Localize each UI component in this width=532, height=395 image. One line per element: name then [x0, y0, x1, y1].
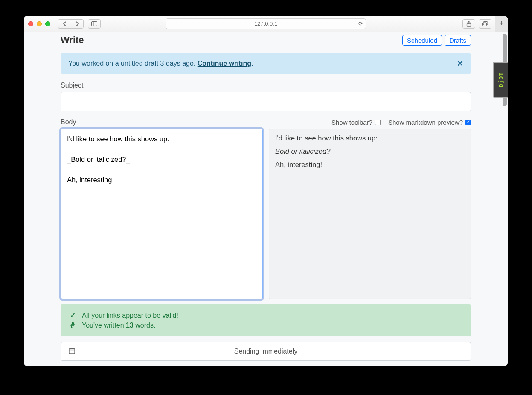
titlebar-right [462, 19, 491, 29]
status-alert: All your links appear to be valid! You'v… [61, 304, 471, 336]
svg-rect-5 [69, 348, 75, 354]
preview-line-3: Ah, interesting! [275, 161, 465, 169]
scheduled-button[interactable]: Scheduled [402, 35, 442, 46]
word-count-prefix: You've written [82, 322, 126, 329]
draft-alert-text: You worked on a untitled draft 3 days ag… [68, 60, 253, 67]
draft-alert-suffix: . [251, 60, 253, 67]
new-tab-button[interactable]: + [495, 16, 508, 32]
links-valid-text: All your links appear to be valid! [82, 312, 178, 319]
close-icon[interactable]: ✕ [457, 59, 463, 68]
markdown-preview: I'd like to see how this shows up: Bold … [269, 129, 471, 299]
subject-input[interactable] [61, 92, 471, 111]
word-count-line: You've written 13 words. [69, 321, 462, 329]
editor-row: I'd like to see how this shows up: Bold … [61, 129, 471, 299]
preview-line-1: I'd like to see how this shows up: [275, 134, 465, 142]
preview-toggle: Show markdown preview? [388, 119, 471, 126]
close-window-button[interactable] [28, 21, 33, 26]
preview-toggle-label: Show markdown preview? [388, 119, 463, 126]
preview-checkbox[interactable] [465, 120, 471, 125]
body-textarea[interactable] [61, 129, 263, 299]
svg-rect-4 [483, 21, 488, 25]
drafts-button[interactable]: Drafts [445, 35, 471, 46]
subject-label: Subject [61, 82, 471, 89]
draft-alert-prefix: You worked on a untitled draft 3 days ag… [68, 60, 198, 67]
django-debug-toolbar-handle[interactable]: DjDT [493, 62, 508, 98]
header-row: Write Scheduled Drafts [61, 32, 471, 46]
editor-toggles: Show toolbar? Show markdown preview? [331, 119, 471, 126]
draft-alert: You worked on a untitled draft 3 days ag… [61, 53, 471, 74]
word-count-number: 13 [126, 322, 134, 329]
body-label-row: Body Show toolbar? Show markdown preview… [61, 118, 471, 126]
toolbar-toggle: Show toolbar? [331, 119, 381, 126]
sidebar-toggle-button[interactable] [88, 19, 101, 29]
browser-window: 127.0.0.1 ⟳ + DjDT Write Scheduled Draft… [24, 16, 508, 366]
address-bar[interactable]: 127.0.0.1 ⟳ [166, 18, 366, 29]
schedule-text: Sending immediately [234, 348, 298, 355]
preview-line-2: Bold or italicized? [275, 147, 330, 155]
ddt-label: DjDT [497, 72, 504, 88]
body-label: Body [61, 118, 76, 126]
minimize-window-button[interactable] [37, 21, 42, 26]
svg-rect-3 [483, 23, 487, 26]
tabs-button[interactable] [479, 19, 491, 29]
links-valid-line: All your links appear to be valid! [69, 311, 462, 319]
page-title: Write [61, 35, 84, 46]
back-button[interactable] [58, 19, 71, 29]
forward-button[interactable] [71, 19, 84, 29]
toolbar-toggle-label: Show toolbar? [331, 119, 372, 126]
zoom-window-button[interactable] [45, 21, 50, 26]
nav-buttons [58, 19, 84, 29]
schedule-box[interactable]: Sending immediately [61, 342, 471, 361]
word-count-text: You've written 13 words. [82, 322, 155, 329]
hash-icon [69, 321, 76, 329]
calendar-icon [69, 348, 75, 356]
svg-rect-0 [92, 22, 97, 26]
main-content: Write Scheduled Drafts You worked on a u… [61, 32, 471, 366]
continue-writing-link[interactable]: Continue writing [198, 60, 251, 67]
check-icon [69, 311, 76, 319]
share-button[interactable] [462, 19, 475, 29]
header-buttons: Scheduled Drafts [402, 35, 471, 46]
page-body: DjDT Write Scheduled Drafts You worked o… [24, 32, 508, 366]
reload-icon[interactable]: ⟳ [358, 20, 363, 27]
window-controls [28, 21, 50, 26]
toolbar-checkbox[interactable] [375, 120, 381, 125]
word-count-suffix: words. [134, 322, 156, 329]
titlebar: 127.0.0.1 ⟳ + [24, 16, 508, 32]
address-text: 127.0.0.1 [254, 20, 277, 27]
